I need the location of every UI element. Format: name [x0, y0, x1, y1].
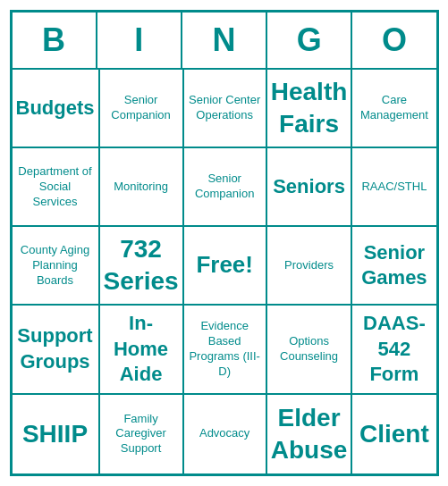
bingo-cell: Options Counseling: [267, 306, 353, 395]
bingo-cell: Providers: [267, 227, 353, 306]
bingo-cell: Client: [352, 395, 435, 473]
header-letter: G: [267, 13, 352, 68]
bingo-cell: Senior Games: [352, 227, 435, 306]
bingo-cell: DAAS-542 Form: [352, 306, 435, 395]
bingo-header: BINGO: [13, 13, 436, 68]
bingo-card: BINGO BudgetsSenior CompanionSenior Cent…: [10, 10, 439, 476]
bingo-cell: SHIIP: [13, 395, 100, 473]
bingo-cell: Monitoring: [100, 148, 184, 227]
bingo-cell: County Aging Planning Boards: [13, 227, 100, 306]
bingo-grid: BudgetsSenior CompanionSenior Center Ope…: [13, 68, 436, 473]
bingo-cell: Budgets: [13, 70, 100, 148]
bingo-cell: Senior Companion: [184, 148, 267, 227]
bingo-cell: Free!: [184, 227, 267, 306]
bingo-cell: Family Caregiver Support: [100, 395, 184, 473]
bingo-cell: In-Home Aide: [100, 306, 184, 395]
bingo-cell: Senior Center Operations: [184, 70, 267, 148]
header-letter: I: [97, 13, 182, 68]
bingo-cell: Seniors: [267, 148, 353, 227]
header-letter: O: [352, 13, 435, 68]
header-letter: N: [182, 13, 267, 68]
bingo-cell: Support Groups: [13, 306, 100, 395]
bingo-cell: Elder Abuse: [267, 395, 353, 473]
bingo-cell: Department of Social Services: [13, 148, 100, 227]
bingo-cell: Senior Companion: [100, 70, 184, 148]
bingo-cell: 732 Series: [100, 227, 184, 306]
bingo-cell: Advocacy: [184, 395, 267, 473]
bingo-cell: RAAC/STHL: [352, 148, 435, 227]
bingo-cell: Health Fairs: [267, 70, 353, 148]
header-letter: B: [13, 13, 97, 68]
bingo-cell: Care Management: [352, 70, 435, 148]
bingo-cell: Evidence Based Programs (III-D): [184, 306, 267, 395]
